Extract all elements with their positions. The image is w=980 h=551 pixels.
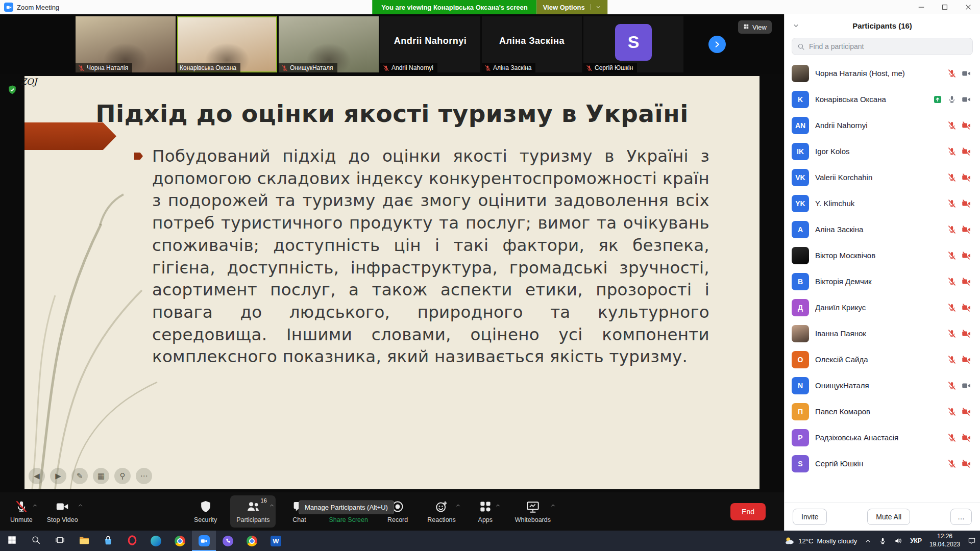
participant-row[interactable]: ППавел Комаров	[785, 398, 980, 424]
participant-row[interactable]: BВікторія Демчик	[785, 268, 980, 294]
tray-mic-icon[interactable]	[879, 537, 887, 545]
zoom-meeting-window: Zoom Meeting You are viewing Конарівська…	[0, 0, 980, 551]
toolbar-security-button[interactable]: Security	[188, 495, 223, 528]
participant-name: Павел Комаров	[815, 407, 941, 416]
taskbar-search-button[interactable]	[24, 531, 48, 551]
taskbar-opera-button[interactable]	[120, 531, 144, 551]
notification-center-icon[interactable]	[968, 537, 976, 545]
next-videos-button[interactable]	[708, 36, 726, 53]
participant-row[interactable]: Віктор Москвічов	[785, 242, 980, 268]
participant-status-icons	[947, 303, 971, 312]
video-tile[interactable]: Чорна Наталія	[76, 16, 176, 72]
mic-muted-icon	[947, 407, 957, 416]
search-input[interactable]	[809, 42, 967, 51]
camera-off-icon	[962, 407, 971, 416]
close-button[interactable]	[957, 0, 980, 14]
maximize-button[interactable]	[933, 0, 957, 14]
language-indicator[interactable]: УКР	[910, 537, 922, 544]
taskbar-file-explorer-button[interactable]	[72, 531, 96, 551]
taskbar-viber-button[interactable]	[216, 531, 240, 551]
participant-search[interactable]	[792, 38, 973, 55]
toolbar-label: Whiteboards	[515, 516, 551, 523]
participant-avatar: N	[792, 377, 809, 394]
toolbar-apps-button[interactable]: Apps	[469, 495, 502, 528]
grid-view-icon	[743, 23, 749, 31]
mute-all-button[interactable]: Mute All	[867, 509, 910, 525]
tray-speaker-icon[interactable]	[894, 537, 902, 545]
chevron-up-icon[interactable]	[455, 503, 461, 508]
participant-row[interactable]: ДДаниїл Крикус	[785, 294, 980, 320]
participant-name: Чорна Наталія (Host, me)	[815, 69, 941, 78]
participant-row[interactable]: SСергій Юшкін	[785, 450, 980, 477]
taskbar-chrome-button[interactable]	[168, 531, 192, 551]
toolbar-reactions-button[interactable]: Reactions	[421, 495, 462, 528]
participant-name: Igor Kolos	[815, 147, 941, 156]
participant-status-icons	[947, 459, 971, 468]
chevron-up-icon[interactable]	[78, 503, 83, 508]
chevron-up-icon[interactable]	[32, 503, 38, 508]
chevron-up-icon[interactable]	[495, 503, 501, 508]
video-tile[interactable]: Конарівська Оксана	[177, 16, 277, 72]
video-tile-label: Конарівська Оксана	[177, 63, 240, 72]
participant-status-icons	[947, 355, 971, 364]
chevron-up-icon[interactable]	[550, 503, 556, 508]
participant-row[interactable]: PРадзіховська Анастасія	[785, 424, 980, 450]
taskbar-task-view-button[interactable]	[48, 531, 72, 551]
end-meeting-button[interactable]: End	[730, 503, 766, 520]
participant-row[interactable]: IKIgor Kolos	[785, 138, 980, 164]
participant-avatar	[792, 247, 809, 264]
participant-row[interactable]: NОнищукНаталя	[785, 372, 980, 398]
view-options-button[interactable]: View Options	[537, 0, 608, 14]
chevron-up-icon[interactable]	[269, 503, 275, 508]
participant-row[interactable]: ANAndrii Nahornyi	[785, 112, 980, 138]
hidden-icons-chevron-icon[interactable]	[865, 538, 871, 544]
participant-row[interactable]: OОлексій Сайда	[785, 346, 980, 372]
taskbar-word-button[interactable]: W	[264, 531, 288, 551]
video-tile[interactable]: ОнищукНаталя	[279, 16, 379, 72]
minimize-button[interactable]	[910, 0, 933, 14]
clock[interactable]: 12:26 19.04.2023	[929, 533, 960, 548]
view-button[interactable]: View	[738, 20, 772, 34]
video-tile[interactable]: SСергій Юшкін	[583, 16, 683, 72]
taskbar-browser-button[interactable]	[240, 531, 264, 551]
participant-row[interactable]: AАліна Заскіна	[785, 216, 980, 242]
presentation-control-more[interactable]: ⋯	[136, 468, 152, 484]
camera-icon	[962, 69, 971, 78]
store-icon	[103, 535, 114, 547]
video-tile-label: Аліна Заскіна	[482, 63, 535, 72]
presentation-control-play[interactable]: ▶	[50, 468, 66, 484]
participant-row[interactable]: YKY. Klimchuk	[785, 190, 980, 216]
video-tile[interactable]: Andrii NahornyiAndrii Nahornyi	[380, 16, 480, 72]
taskbar-zoom-button[interactable]	[192, 531, 216, 551]
zoom-app-icon	[4, 3, 13, 12]
mic-icon	[947, 95, 957, 104]
taskbar-store-button[interactable]	[96, 531, 120, 551]
taskbar-edge-button[interactable]	[144, 531, 168, 551]
presentation-control-previous[interactable]: ◀	[29, 468, 45, 484]
toolbar-participants-button[interactable]: 16Participants	[230, 495, 276, 528]
presentation-control-zoom[interactable]: ⚲	[114, 468, 131, 484]
camera-off-icon	[962, 277, 971, 286]
invite-button[interactable]: Invite	[793, 509, 827, 525]
tooltip: Manage Participants (Alt+U)	[299, 500, 394, 514]
presentation-controls: ◀▶✎▦⚲⋯	[29, 468, 152, 484]
more-options-button[interactable]: …	[950, 509, 972, 525]
participant-row[interactable]: Чорна Наталія (Host, me)	[785, 60, 980, 86]
toolbar-unmute-button[interactable]: Unmute	[4, 495, 39, 528]
toolbar-whiteboards-button[interactable]: Whiteboards	[509, 495, 557, 528]
presentation-control-draw[interactable]: ✎	[71, 468, 88, 484]
taskbar-start-button[interactable]	[0, 531, 24, 551]
participant-row[interactable]: VKValerii Korchahin	[785, 164, 980, 190]
slide-body-text: Побудований підхід до оцінки якості тури…	[152, 145, 709, 368]
presentation-control-slides[interactable]: ▦	[93, 468, 109, 484]
collapse-panel-chevron-icon[interactable]	[793, 22, 799, 29]
video-tile[interactable]: Аліна ЗаскінаАліна Заскіна	[482, 16, 582, 72]
browser-icon	[247, 536, 257, 546]
toolbar-stop-video-button[interactable]: Stop Video	[41, 495, 84, 528]
camera-off-icon	[962, 329, 971, 338]
participant-row[interactable]: Іванна Паянок	[785, 320, 980, 346]
video-tile-name: Сергій Юшкін	[595, 64, 633, 71]
participant-row[interactable]: KКонарівська Оксана	[785, 86, 980, 112]
weather-widget[interactable]: 12°C Mostly cloudy	[785, 536, 857, 546]
file-explorer-icon	[79, 535, 90, 547]
